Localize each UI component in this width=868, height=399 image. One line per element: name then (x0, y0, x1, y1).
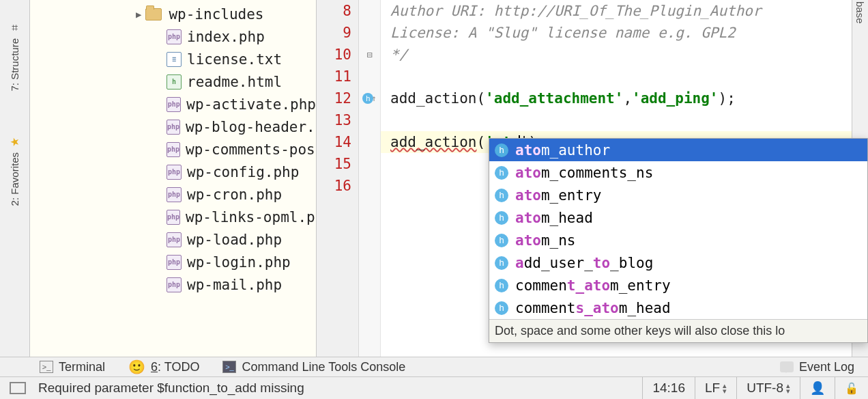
autocomplete-text: comment_atom_entry (515, 277, 671, 294)
left-tool-rail: 7: Structure ⌗ 2: Favorites ★ (0, 0, 30, 357)
autocomplete-text: atom_author (515, 142, 610, 159)
line-number[interactable]: 13 (317, 109, 358, 131)
autocomplete-item[interactable]: hatom_head (489, 206, 867, 229)
status-message: Required parameter $function_to_add miss… (35, 381, 642, 396)
inspector-icon[interactable]: 👤 (800, 377, 835, 399)
star-icon: ★ (8, 137, 21, 146)
file-label: wp-blog-header.ph (186, 119, 317, 135)
tree-file[interactable]: phpwp-login.php (30, 251, 316, 273)
line-number[interactable]: 9 (317, 22, 358, 44)
file-label: readme.html (187, 74, 282, 90)
file-label: license.txt (187, 51, 282, 68)
file-label: wp-login.php (187, 254, 291, 271)
autocomplete-item[interactable]: hatom_ns (489, 229, 867, 251)
autocomplete-item[interactable]: hadd_user_to_blog (489, 251, 867, 274)
todo-tab[interactable]: 🙂 6: TODO (128, 359, 199, 375)
tree-file[interactable]: phpwp-cron.php (30, 183, 316, 206)
line-ending-selector[interactable]: LF ▴▾ (695, 377, 736, 399)
php-file-icon: php (167, 29, 182, 44)
autocomplete-text: atom_ns (515, 232, 576, 249)
file-label: wp-load.php (187, 232, 282, 248)
autocomplete-item[interactable]: hatom_comments_ns (489, 161, 867, 184)
php-file-icon: php (167, 187, 182, 202)
autocomplete-text: add_user_to_blog (515, 255, 653, 271)
folder-icon (145, 8, 162, 20)
hook-badge-icon: h (495, 301, 508, 315)
terminal-icon: >_ (40, 361, 53, 373)
hook-badge-icon: h (495, 279, 508, 292)
line-number[interactable]: 10 (317, 44, 358, 66)
hook-badge-icon: h (495, 189, 508, 202)
autocomplete-popup[interactable]: hatom_authorhatom_comments_nshatom_entry… (489, 138, 868, 343)
line-number[interactable]: 16 (317, 175, 358, 197)
code-line: add_action('add_attachment','add_ping'); (381, 87, 852, 109)
speech-bubble-icon (780, 361, 794, 372)
tree-file[interactable]: ≡license.txt (30, 48, 316, 70)
console-tab[interactable]: >_ Command Line Tools Console (222, 360, 405, 374)
file-label: wp-mail.php (187, 277, 282, 293)
code-line: */ (381, 44, 852, 66)
php-file-icon: php (167, 142, 180, 157)
code-line: Author URI: http://URI_Of_The_Plugin_Aut… (381, 0, 852, 22)
line-number[interactable]: 11 (317, 66, 358, 87)
autocomplete-item[interactable]: hatom_author (489, 139, 867, 161)
terminal-label: Terminal (59, 360, 105, 374)
hook-badge-icon: h (495, 166, 508, 180)
file-label: index.php (187, 29, 265, 45)
status-bar: Required parameter $function_to_add miss… (0, 377, 868, 399)
gutter-marker-column: ⊟ h↑ (359, 0, 381, 357)
structure-tool-tab[interactable]: 7: Structure ⌗ (9, 14, 20, 100)
expand-arrow-icon[interactable]: ▶ (136, 9, 141, 20)
structure-icon: ⌗ (9, 25, 21, 31)
autocomplete-item[interactable]: hcomments_atom_head (489, 297, 867, 319)
structure-label: 7: Structure (9, 38, 20, 92)
caret-position[interactable]: 14:16 (642, 377, 695, 399)
file-label: wp-activate.php (186, 96, 316, 113)
tree-file[interactable]: phpwp-load.php (30, 228, 316, 251)
tree-folder-wp-includes[interactable]: ▶ wp-includes (30, 3, 316, 25)
status-indicator-icon[interactable] (10, 382, 26, 394)
php-file-icon: php (167, 232, 182, 247)
favorites-label: 2: Favorites (9, 152, 20, 206)
autocomplete-hint: Dot, space and some other keys will also… (489, 319, 867, 342)
line-number-gutter[interactable]: 8910111213141516 (317, 0, 359, 357)
autocomplete-item[interactable]: hatom_entry (489, 184, 867, 206)
line-number[interactable]: 8 (317, 0, 358, 22)
line-number[interactable]: 15 (317, 153, 358, 175)
line-number[interactable]: 12 (317, 87, 358, 109)
todo-label: 6: TODO (151, 360, 199, 374)
line-number[interactable]: 14 (317, 131, 358, 153)
autocomplete-item[interactable]: hcomment_atom_entry (489, 274, 867, 297)
tree-file[interactable]: phpwp-mail.php (30, 273, 316, 296)
event-log-tab[interactable]: Event Log (780, 360, 854, 374)
hook-badge-icon: h (495, 143, 508, 157)
tree-file[interactable]: phpwp-blog-header.ph (30, 115, 316, 138)
html-file-icon: h (167, 74, 182, 90)
bottom-tool-tabs: >_ Terminal 🙂 6: TODO >_ Command Line To… (0, 357, 868, 377)
favorites-tool-tab[interactable]: 2: Favorites ★ (9, 127, 20, 214)
code-line: License: A "Slug" license name e.g. GPL2 (381, 22, 852, 44)
tree-file[interactable]: phpwp-activate.php (30, 93, 316, 115)
encoding-selector[interactable]: UTF-8 ▴▾ (736, 377, 800, 399)
hook-badge-icon: h (495, 234, 508, 247)
php-file-icon: php (167, 165, 182, 180)
autocomplete-text: comments_atom_head (515, 300, 671, 316)
project-tree[interactable]: ▶ wp-includes phpindex.php≡license.txthr… (30, 0, 317, 357)
updown-icon: ▴▾ (723, 383, 727, 394)
todo-icon: 🙂 (128, 359, 145, 375)
autocomplete-text: atom_head (515, 210, 593, 226)
event-log-label: Event Log (799, 360, 854, 374)
lock-icon[interactable]: 🔓 (835, 377, 868, 399)
tree-file[interactable]: phpwp-config.php (30, 161, 316, 183)
tree-file[interactable]: hreadme.html (30, 70, 316, 93)
php-file-icon: php (167, 120, 180, 135)
fold-end-icon[interactable]: ⊟ (366, 49, 372, 60)
file-label: wp-comments-post. (186, 141, 317, 158)
tree-file[interactable]: phpwp-comments-post. (30, 138, 316, 161)
file-label: wp-cron.php (187, 187, 282, 203)
console-icon: >_ (222, 361, 236, 373)
tree-file[interactable]: phpwp-links-opml.php (30, 206, 316, 228)
tree-file[interactable]: phpindex.php (30, 25, 316, 48)
folder-label: wp-includes (169, 6, 263, 23)
terminal-tab[interactable]: >_ Terminal (40, 360, 105, 374)
